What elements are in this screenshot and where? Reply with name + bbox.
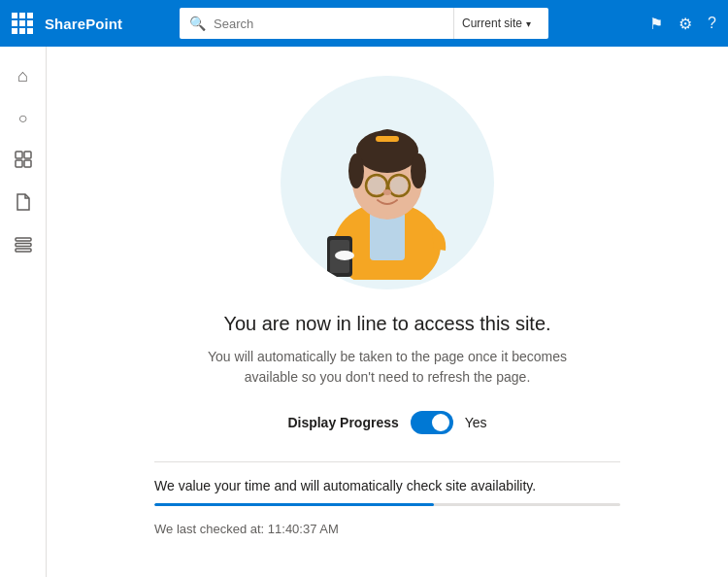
display-progress-toggle[interactable]	[411, 411, 453, 434]
progress-bar-fill	[154, 503, 434, 506]
sidebar-item-sites[interactable]: ○	[4, 99, 43, 138]
svg-rect-6	[16, 249, 31, 252]
globe-icon: ○	[18, 110, 28, 127]
flag-icon[interactable]: ⚑	[649, 15, 663, 33]
sidebar-item-lists[interactable]	[4, 227, 43, 266]
toggle-row: Display Progress Yes	[287, 411, 486, 434]
main-content: You are now in line to access this site.…	[47, 47, 728, 577]
waffle-menu[interactable]	[12, 13, 33, 34]
svg-rect-1	[24, 152, 31, 158]
sidebar-item-pages[interactable]	[4, 142, 43, 181]
sidebar-item-documents[interactable]	[4, 185, 43, 223]
search-scope-label: Current site	[462, 17, 522, 30]
grid-icon	[15, 151, 32, 173]
list-icon	[15, 237, 32, 257]
settings-icon[interactable]: ⚙	[678, 15, 692, 33]
svg-rect-4	[16, 238, 31, 241]
toggle-label: Display Progress	[287, 415, 398, 430]
search-scope-selector[interactable]: Current site ▾	[453, 8, 539, 39]
top-nav: SharePoint 🔍 Current site ▾ ⚑ ⚙ ?	[0, 0, 728, 47]
help-icon[interactable]: ?	[708, 15, 716, 32]
illustration	[281, 76, 494, 289]
app-layout: ⌂ ○	[0, 47, 728, 577]
sidebar: ⌂ ○	[0, 47, 47, 577]
svg-rect-15	[376, 136, 399, 142]
progress-section: We value your time and will automaticall…	[154, 461, 620, 536]
svg-rect-3	[24, 160, 31, 167]
home-icon: ⌂	[17, 66, 28, 86]
svg-point-21	[383, 189, 391, 195]
svg-point-13	[348, 153, 364, 188]
progress-bar-container	[154, 503, 620, 506]
main-heading: You are now in line to access this site.	[223, 313, 550, 335]
svg-point-14	[411, 153, 426, 188]
main-subtext: You will automatically be taken to the p…	[183, 347, 591, 388]
app-title: SharePoint	[45, 16, 122, 32]
sidebar-item-home[interactable]: ⌂	[4, 56, 43, 95]
nav-icons: ⚑ ⚙ ?	[649, 15, 716, 33]
search-bar[interactable]: 🔍 Current site ▾	[180, 8, 548, 39]
svg-point-20	[390, 177, 408, 194]
svg-rect-0	[16, 152, 22, 158]
progress-description: We value your time and will automaticall…	[154, 478, 620, 493]
last-checked-text: We last checked at: 11:40:37 AM	[154, 522, 620, 536]
search-input[interactable]	[214, 17, 453, 31]
toggle-value: Yes	[465, 415, 487, 430]
search-icon: 🔍	[189, 16, 206, 31]
svg-rect-5	[16, 243, 31, 246]
chevron-down-icon: ▾	[526, 18, 531, 29]
svg-point-24	[335, 251, 354, 260]
svg-point-19	[368, 177, 385, 194]
svg-rect-2	[16, 160, 22, 167]
document-icon	[16, 193, 31, 216]
